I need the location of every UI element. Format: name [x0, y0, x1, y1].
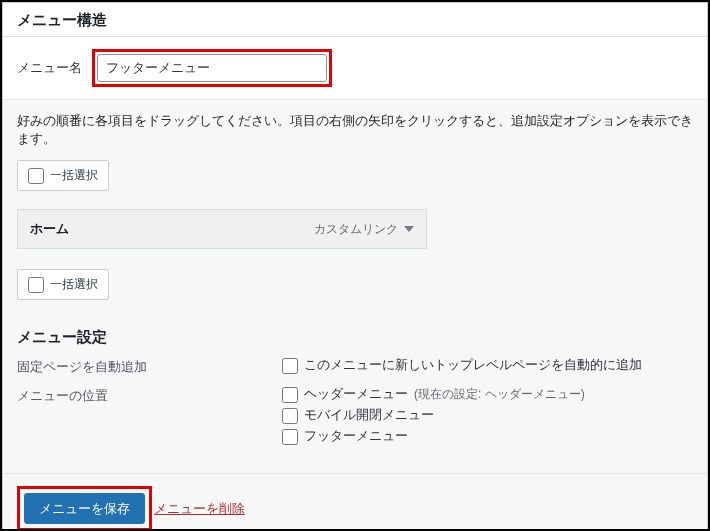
- location-checkbox-mobile[interactable]: [282, 408, 298, 424]
- panel-header: メニュー構造: [3, 3, 707, 37]
- auto-add-option-label: このメニューに新しいトップレベルページを自動的に追加: [304, 357, 642, 374]
- save-button[interactable]: メニューを保存: [24, 493, 145, 524]
- location-checkbox-header[interactable]: [282, 387, 298, 403]
- auto-add-row: 固定ページを自動追加 このメニューに新しいトップレベルページを自動的に追加: [17, 357, 693, 378]
- footer-actions: メニューを保存 メニューを削除: [3, 473, 707, 531]
- chevron-down-icon: [404, 226, 414, 232]
- location-option-header[interactable]: ヘッダーメニュー (現在の設定: ヘッダーメニュー): [282, 386, 693, 403]
- menu-item[interactable]: ホーム カスタムリンク: [17, 209, 427, 249]
- location-option-hint-0: (現在の設定: ヘッダーメニュー): [414, 386, 585, 403]
- bulk-select-checkbox-top[interactable]: [28, 168, 44, 184]
- bulk-select-checkbox-bottom[interactable]: [28, 277, 44, 293]
- bulk-select-label-top: 一括選択: [50, 167, 98, 184]
- location-checkbox-footer[interactable]: [282, 429, 298, 445]
- auto-add-checkbox[interactable]: [282, 358, 298, 374]
- location-option-footer[interactable]: フッターメニュー: [282, 428, 693, 445]
- location-option-mobile[interactable]: モバイル開閉メニュー: [282, 407, 693, 424]
- menu-name-row: メニュー名: [3, 37, 707, 99]
- menu-structure-panel: メニュー構造 メニュー名 好みの順番に各項目をドラッグしてください。項目の右側の…: [2, 2, 708, 531]
- auto-add-options: このメニューに新しいトップレベルページを自動的に追加: [282, 357, 693, 378]
- menu-item-title: ホーム: [30, 220, 69, 238]
- panel-title: メニュー構造: [17, 11, 693, 30]
- menu-name-input[interactable]: [97, 54, 327, 82]
- auto-add-option[interactable]: このメニューに新しいトップレベルページを自動的に追加: [282, 357, 693, 374]
- bulk-select-top[interactable]: 一括選択: [17, 160, 109, 191]
- bulk-select-label-bottom: 一括選択: [50, 276, 98, 293]
- delete-menu-link[interactable]: メニューを削除: [154, 500, 245, 518]
- menu-item-type[interactable]: カスタムリンク: [314, 221, 414, 238]
- menu-name-label: メニュー名: [17, 59, 82, 77]
- location-label: メニューの位置: [17, 386, 282, 405]
- menu-settings-heading: メニュー設定: [17, 328, 693, 347]
- location-option-label-2: フッターメニュー: [304, 428, 408, 445]
- location-option-label-1: モバイル開閉メニュー: [304, 407, 434, 424]
- help-text: 好みの順番に各項目をドラッグしてください。項目の右側の矢印をクリックすると、追加…: [17, 112, 693, 148]
- location-row: メニューの位置 ヘッダーメニュー (現在の設定: ヘッダーメニュー) モバイル開…: [17, 386, 693, 449]
- menu-item-type-label: カスタムリンク: [314, 221, 398, 238]
- location-option-label-0: ヘッダーメニュー: [304, 386, 408, 403]
- menu-settings-section: メニュー設定 固定ページを自動追加 このメニューに新しいトップレベルページを自動…: [17, 328, 693, 449]
- save-button-highlight: メニューを保存: [17, 486, 152, 531]
- location-options: ヘッダーメニュー (現在の設定: ヘッダーメニュー) モバイル開閉メニュー フッ…: [282, 386, 693, 449]
- menu-body: 好みの順番に各項目をドラッグしてください。項目の右側の矢印をクリックすると、追加…: [3, 99, 707, 473]
- menu-name-highlight: [92, 49, 332, 87]
- bulk-select-bottom[interactable]: 一括選択: [17, 269, 109, 300]
- auto-add-label: 固定ページを自動追加: [17, 357, 282, 376]
